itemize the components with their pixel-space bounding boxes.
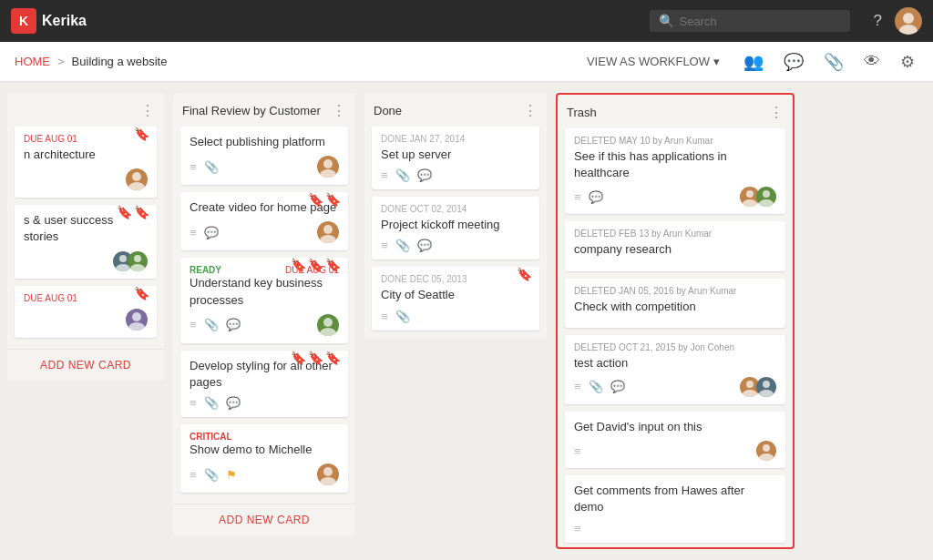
column-menu-trash[interactable]: ⋮: [769, 104, 784, 121]
list-item[interactable]: DELETED MAY 10 by Arun Kumar See if this…: [565, 128, 785, 214]
column-menu-done[interactable]: ⋮: [523, 102, 538, 119]
chat-icon: 💬: [610, 380, 625, 393]
svg-point-23: [743, 390, 757, 397]
list-item[interactable]: Get David's input on this ≡: [565, 412, 785, 468]
list-icon: ≡: [190, 468, 197, 482]
card-bookmark: 🔖: [134, 127, 149, 141]
attachment-icon: 📎: [589, 380, 603, 393]
column-cards-trash: DELETED MAY 10 by Arun Kumar See if this…: [558, 128, 793, 547]
card-title: n architecture: [24, 147, 148, 163]
attachment-icon: 📎: [204, 396, 219, 410]
card-bookmark: 🔖 🔖 🔖: [291, 258, 341, 272]
search-input[interactable]: [680, 15, 841, 28]
column-menu-partial[interactable]: ⋮: [140, 102, 155, 119]
add-card-button[interactable]: ADD NEW CARD: [7, 349, 164, 381]
list-item[interactable]: DELETED JAN 05, 2016 by Arun Kumar Check…: [565, 279, 785, 328]
attachment-icon: 📎: [395, 310, 410, 323]
list-item[interactable]: 🔖 DONE DEC 05, 2013 City of Seattle ≡ 📎: [372, 267, 539, 330]
trash-footer: ≡ 📎 💬: [574, 377, 776, 397]
list-item[interactable]: 🔖 🔖 🔖 READY DUE AUG 01 Understand key bu…: [180, 258, 348, 342]
list-item[interactable]: CRITICAL Show demo to Michelle ≡ 📎 ⚑: [180, 424, 348, 493]
team-icon[interactable]: 👥: [740, 48, 767, 76]
card-bookmark: 🔖 🔖 🔖: [291, 351, 341, 365]
add-card-button-final-review[interactable]: ADD NEW CARD: [173, 504, 355, 535]
list-icon: ≡: [381, 168, 388, 182]
list-icon: ≡: [190, 226, 197, 239]
list-item[interactable]: Get comments from Hawes after demo ≡: [565, 475, 785, 542]
list-icon: ≡: [381, 239, 388, 252]
card-title: Select publishing platform: [190, 134, 339, 150]
chat-icon: 💬: [226, 318, 241, 331]
list-item[interactable]: 🔖 DUE AUG 01: [15, 286, 157, 338]
list-item[interactable]: Select publishing platform ≡ 📎: [180, 127, 348, 185]
bookmark-red-icon: 🔖: [134, 127, 149, 141]
svg-point-3: [128, 182, 145, 190]
trash-footer: ≡ 💬: [574, 187, 776, 207]
svg-point-0: [903, 13, 914, 24]
list-item[interactable]: DELETED FEB 13 by Arun Kumar company res…: [565, 221, 785, 270]
card-footer: ≡ 📎 💬: [190, 396, 339, 410]
avatar: [126, 168, 148, 190]
breadcrumb-home[interactable]: HOME: [15, 55, 50, 68]
list-item[interactable]: DONE OCT 02, 2014 Project kickoff meetin…: [372, 197, 539, 260]
svg-point-24: [763, 381, 770, 388]
list-item[interactable]: 🔖 DUE AUG 01 n architecture: [15, 127, 157, 198]
list-item[interactable]: DELETED OCT 21, 2015 by Jon Cohen test a…: [565, 335, 785, 404]
trash-avatars: [743, 377, 776, 397]
attachment-icon[interactable]: 📎: [820, 48, 847, 76]
list-icon: ≡: [574, 190, 581, 204]
svg-point-21: [759, 199, 774, 207]
search-box[interactable]: 🔍: [650, 10, 850, 32]
chat-icon: 💬: [589, 190, 603, 204]
top-nav: K Kerika 🔍 ?: [0, 0, 933, 42]
add-card-label: ADD NEW CARD: [40, 359, 131, 372]
card-done-meta: DONE DEC 05, 2013: [381, 274, 530, 284]
view-workflow-button[interactable]: VIEW AS WORKFLOW ▾: [579, 51, 727, 72]
svg-point-9: [128, 322, 145, 331]
svg-point-25: [759, 390, 774, 397]
search-icon: 🔍: [659, 14, 674, 28]
card-footer: ≡ 📎 💬: [381, 239, 530, 252]
bookmark-red-icon: 🔖: [517, 267, 532, 281]
flag-icon: ⚑: [226, 468, 237, 482]
card-bookmark: 🔖: [134, 286, 149, 300]
column-menu-final-review[interactable]: ⋮: [332, 102, 346, 119]
card-due: DUE AUG 01: [24, 134, 148, 144]
column-header-final-review: Final Review by Customer ⋮: [173, 93, 355, 127]
attachment-icon: 📎: [204, 160, 219, 174]
card-footer: [24, 168, 148, 190]
app-logo[interactable]: K Kerika: [11, 8, 87, 34]
bookmark-red-icon: 🔖: [291, 351, 306, 365]
user-avatar[interactable]: [895, 7, 922, 35]
card-title: City of Seattle: [381, 287, 530, 303]
breadcrumb-bar: HOME > Building a website VIEW AS WORKFL…: [0, 42, 933, 82]
settings-icon[interactable]: ⚙: [897, 48, 918, 76]
svg-point-19: [743, 199, 757, 207]
card-done-meta: DONE JAN 27, 2014: [381, 134, 530, 144]
list-item[interactable]: DONE JAN 27, 2014 Set up server ≡ 📎 💬: [372, 127, 539, 189]
svg-point-16: [323, 467, 333, 476]
trash-avatars: [760, 441, 776, 461]
help-icon[interactable]: ?: [874, 12, 882, 30]
trash-title: Get comments from Hawes after demo: [574, 483, 776, 515]
bookmark-blue-icon: 🔖: [308, 258, 323, 272]
list-item[interactable]: 🔖 🔖 Create video for home page ≡ 💬: [180, 192, 348, 250]
card-bookmark: 🔖: [517, 267, 532, 281]
list-item[interactable]: 🔖 🔖 s & user success stories: [15, 205, 157, 278]
trash-avatars: [743, 187, 776, 207]
attachment-icon: 📎: [395, 168, 410, 182]
svg-point-14: [323, 318, 333, 327]
card-bookmark: 🔖 🔖: [308, 192, 341, 207]
list-item[interactable]: 🔖 🔖 🔖 Develop styling for all other page…: [180, 351, 348, 417]
view-workflow-label: VIEW AS WORKFLOW: [587, 55, 710, 68]
bookmark-red-icon: 🔖: [308, 192, 323, 207]
bookmark-blue-icon: 🔖: [325, 192, 341, 207]
svg-point-6: [134, 255, 141, 262]
chat-icon: 💬: [417, 239, 432, 252]
chat-icon[interactable]: 💬: [780, 48, 807, 76]
card-footer: [24, 251, 148, 271]
column-header-done: Done ⋮: [364, 93, 547, 127]
trash-title: Check with competition: [574, 299, 776, 315]
trash-title: See if this has applications in healthca…: [574, 148, 776, 181]
eye-icon[interactable]: 👁: [860, 48, 884, 75]
